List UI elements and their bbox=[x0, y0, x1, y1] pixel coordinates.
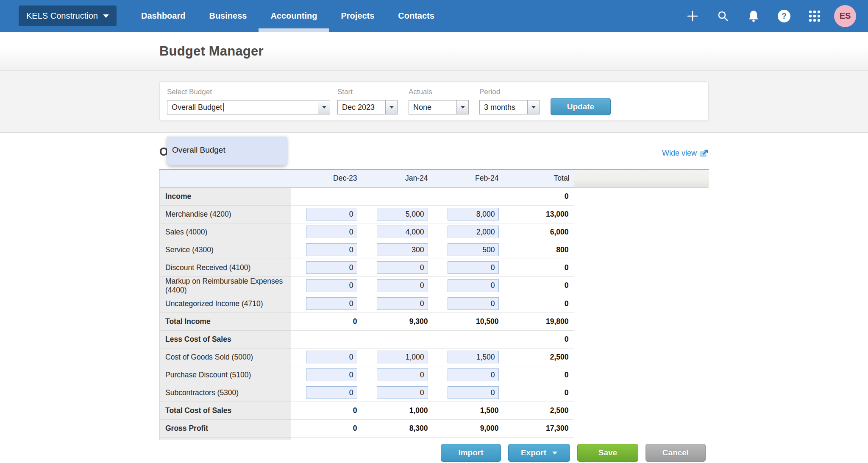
nav-item-projects[interactable]: Projects bbox=[329, 0, 386, 32]
budget-amount-input[interactable] bbox=[377, 208, 428, 220]
budget-amount-input[interactable] bbox=[448, 351, 499, 363]
filler bbox=[574, 312, 709, 330]
budget-amount-input[interactable] bbox=[377, 226, 428, 238]
amount-cell bbox=[362, 223, 433, 241]
filler bbox=[574, 330, 709, 348]
cancel-button[interactable]: Cancel bbox=[645, 444, 706, 462]
budget-amount-input[interactable] bbox=[448, 297, 499, 310]
table-row: Income0 bbox=[160, 187, 709, 205]
clipped-row bbox=[160, 437, 709, 440]
amount-cell bbox=[291, 205, 362, 223]
row-total: 13,000 bbox=[504, 205, 574, 223]
table-row: Merchandise (4200)13,000 bbox=[160, 205, 709, 223]
column-header-jan: Jan-24 bbox=[362, 169, 433, 187]
budget-amount-input[interactable] bbox=[448, 279, 499, 292]
wide-view-link[interactable]: Wide view bbox=[662, 149, 709, 158]
period-input[interactable] bbox=[479, 100, 527, 114]
row-label: Subcontractors (5300) bbox=[160, 384, 291, 402]
computed-cell: 0 bbox=[291, 312, 362, 330]
row-total: 6,000 bbox=[504, 223, 574, 241]
table-row: Less Cost of Sales0 bbox=[160, 330, 709, 348]
org-switcher[interactable]: KELS Construction bbox=[19, 6, 117, 26]
computed-cell: 9,000 bbox=[433, 419, 504, 437]
period-dropdown-button[interactable] bbox=[527, 100, 540, 114]
navbar-right: ? ES bbox=[677, 5, 860, 27]
filter-panel: Select Budget Overall Budget Start Actua… bbox=[159, 81, 709, 121]
action-bar: Import Export Save Cancel bbox=[0, 444, 706, 462]
table-row: Total Income09,30010,50019,800 bbox=[160, 312, 709, 330]
budget-amount-input[interactable] bbox=[448, 261, 499, 274]
budget-amount-input[interactable] bbox=[306, 226, 357, 238]
row-total: 0 bbox=[504, 330, 574, 348]
budget-amount-input[interactable] bbox=[306, 351, 357, 363]
budget-amount-input[interactable] bbox=[377, 351, 428, 363]
filler bbox=[574, 384, 709, 402]
update-button[interactable]: Update bbox=[551, 98, 611, 115]
amount-cell bbox=[291, 384, 362, 402]
nav-item-dashboard[interactable]: Dashboard bbox=[129, 0, 197, 32]
actuals-field: Actuals bbox=[409, 88, 469, 114]
amount-cell bbox=[362, 295, 433, 312]
filler bbox=[574, 295, 709, 312]
select-budget-input[interactable] bbox=[167, 100, 318, 114]
nav-item-accounting[interactable]: Accounting bbox=[259, 0, 329, 32]
header-blank bbox=[160, 169, 291, 187]
budget-amount-input[interactable] bbox=[377, 297, 428, 310]
amount-cell bbox=[433, 366, 504, 384]
row-total: 0 bbox=[504, 366, 574, 384]
budget-amount-input[interactable] bbox=[306, 208, 357, 220]
table-row: Subcontractors (5300)0 bbox=[160, 384, 709, 402]
row-label: Markup on Reimbursable Expenses (4400) bbox=[160, 276, 291, 295]
actuals-dropdown-button[interactable] bbox=[456, 100, 469, 114]
budget-amount-input[interactable] bbox=[448, 226, 499, 238]
budget-amount-input[interactable] bbox=[448, 243, 499, 256]
content-header: Overall Budget Wide view bbox=[0, 133, 868, 169]
budget-amount-input[interactable] bbox=[377, 261, 428, 274]
amount-cell bbox=[291, 366, 362, 384]
amount-cell bbox=[362, 366, 433, 384]
actuals-label: Actuals bbox=[409, 88, 469, 96]
user-avatar[interactable]: ES bbox=[830, 5, 860, 27]
save-button[interactable]: Save bbox=[577, 444, 638, 462]
actuals-input[interactable] bbox=[409, 100, 456, 114]
bell-icon[interactable] bbox=[738, 10, 769, 22]
budget-amount-input[interactable] bbox=[377, 243, 428, 256]
amount-cell bbox=[291, 259, 362, 276]
budget-table-body: Income0Merchandise (4200)13,000Sales (40… bbox=[160, 187, 709, 440]
budget-amount-input[interactable] bbox=[306, 386, 357, 399]
plus-icon[interactable] bbox=[677, 10, 708, 22]
nav-item-contacts[interactable]: Contacts bbox=[386, 0, 446, 32]
filler bbox=[574, 276, 709, 295]
computed-cell: 1,500 bbox=[433, 402, 504, 419]
budget-amount-input[interactable] bbox=[377, 368, 428, 381]
budget-amount-input[interactable] bbox=[306, 297, 357, 310]
budget-amount-input[interactable] bbox=[377, 386, 428, 399]
import-button[interactable]: Import bbox=[441, 444, 501, 462]
dropdown-option-overall-budget[interactable]: Overall Budget bbox=[167, 143, 287, 157]
budget-amount-input[interactable] bbox=[448, 208, 499, 220]
budget-amount-input[interactable] bbox=[306, 279, 357, 292]
amount-cell bbox=[362, 348, 433, 366]
budget-amount-input[interactable] bbox=[377, 279, 428, 292]
select-budget-dropdown-button[interactable] bbox=[318, 100, 330, 114]
column-header-dec: Dec-23 bbox=[291, 169, 362, 187]
export-button[interactable]: Export bbox=[508, 444, 570, 462]
amount-cell bbox=[291, 223, 362, 241]
header-scroll-track bbox=[574, 169, 709, 187]
budget-amount-input[interactable] bbox=[306, 368, 357, 381]
row-label: Income bbox=[160, 187, 291, 205]
column-header-total: Total bbox=[504, 169, 574, 187]
amount-cell bbox=[433, 295, 504, 312]
search-icon[interactable] bbox=[708, 10, 738, 22]
amount-cell bbox=[291, 295, 362, 312]
start-input[interactable] bbox=[337, 100, 385, 114]
budget-amount-input[interactable] bbox=[306, 261, 357, 274]
apps-grid-icon[interactable] bbox=[799, 9, 830, 23]
start-dropdown-button[interactable] bbox=[385, 100, 398, 114]
help-icon[interactable]: ? bbox=[769, 10, 799, 22]
budget-amount-input[interactable] bbox=[448, 368, 499, 381]
budget-amount-input[interactable] bbox=[448, 386, 499, 399]
budget-amount-input[interactable] bbox=[306, 243, 357, 256]
nav-item-business[interactable]: Business bbox=[197, 0, 259, 32]
row-label: Service (4300) bbox=[160, 241, 291, 259]
